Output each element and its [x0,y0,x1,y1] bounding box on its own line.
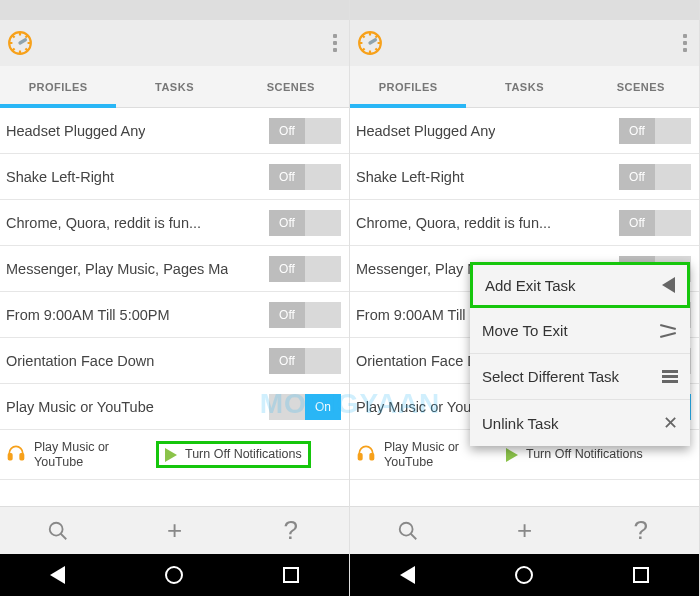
tab-tasks[interactable]: TASKS [466,66,582,107]
profile-toggle[interactable]: Off [269,256,341,282]
nav-back-icon[interactable] [50,566,65,584]
profile-detail-row: Play Music or YouTube Turn Off Notificat… [0,430,349,480]
profile-toggle[interactable]: Off [269,302,341,328]
menu-label: Unlink Task [482,415,558,432]
menu-label: Add Exit Task [485,277,576,294]
arrow-right-icon [506,448,518,462]
add-button[interactable]: + [116,507,232,554]
nav-recents-icon[interactable] [283,567,299,583]
android-nav-bar [0,554,349,596]
profile-row[interactable]: Headset Plugged AnyOff [0,108,349,154]
profile-name: Headset Plugged Any [6,123,145,139]
left-screenshot: PROFILES TASKS SCENES Headset Plugged An… [0,0,350,596]
profile-task-highlight[interactable]: Turn Off Notifications [156,441,311,468]
status-bar [350,0,699,20]
menu-label: Select Different Task [482,368,619,385]
overflow-menu-icon[interactable] [683,34,693,52]
profile-toggle[interactable]: Off [619,118,691,144]
app-bar [0,20,349,66]
tab-scenes[interactable]: SCENES [233,66,349,107]
add-button[interactable]: + [466,507,582,554]
triangle-left-icon [662,277,675,293]
profile-toggle[interactable]: On [269,394,341,420]
status-bar [0,0,349,20]
profile-row[interactable]: Headset Plugged AnyOff [350,108,699,154]
profile-context[interactable]: Play Music or YouTube [6,440,146,470]
help-button[interactable]: ? [233,507,349,554]
bottom-toolbar: + ? [350,506,699,554]
bottom-toolbar: + ? [0,506,349,554]
profile-task[interactable]: Turn Off Notifications [506,447,643,462]
menu-select-different-task[interactable]: Select Different Task [470,354,690,400]
profile-toggle[interactable]: Off [619,164,691,190]
svg-line-4 [61,533,67,539]
svg-rect-2 [20,453,23,459]
shuffle-icon [660,324,678,338]
close-icon: ✕ [663,412,678,434]
task-label: Turn Off Notifications [185,447,302,462]
profile-row[interactable]: Chrome, Quora, reddit is fun...Off [0,200,349,246]
arrow-right-icon [165,448,177,462]
profile-toggle[interactable]: Off [269,210,341,236]
profile-name: From 9:00AM Till 5:00PM [6,307,170,323]
profile-name: Headset Plugged Any [356,123,495,139]
tab-profiles[interactable]: PROFILES [350,66,466,107]
profile-name: Orientation Face Down [6,353,154,369]
overflow-menu-icon[interactable] [333,34,343,52]
svg-rect-6 [359,453,362,459]
profile-toggle[interactable]: Off [269,348,341,374]
profiles-list: Headset Plugged AnyOff Shake Left-RightO… [0,108,349,506]
profile-toggle[interactable]: Off [619,210,691,236]
headphones-icon [6,443,26,467]
profile-row[interactable]: Messenger, Play Music, Pages MaOff [0,246,349,292]
nav-home-icon[interactable] [165,566,183,584]
task-label: Turn Off Notifications [526,447,643,462]
tasker-logo-icon [356,29,384,57]
android-nav-bar [350,554,699,596]
right-screenshot: PROFILES TASKS SCENES Headset Plugged An… [350,0,700,596]
tab-scenes[interactable]: SCENES [583,66,699,107]
profile-name: Shake Left-Right [356,169,464,185]
profile-row[interactable]: Chrome, Quora, reddit is fun...Off [350,200,699,246]
profile-toggle[interactable]: Off [269,118,341,144]
profile-name: Play Music or YouTube [6,399,154,415]
menu-unlink-task[interactable]: Unlink Task ✕ [470,400,690,446]
svg-rect-1 [9,453,12,459]
svg-point-8 [400,522,413,535]
list-icon [662,370,678,383]
profile-name: Chrome, Quora, reddit is fun... [6,215,201,231]
tasker-logo-icon [6,29,34,57]
nav-recents-icon[interactable] [633,567,649,583]
menu-add-exit-task[interactable]: Add Exit Task [470,262,690,308]
nav-back-icon[interactable] [400,566,415,584]
tab-profiles[interactable]: PROFILES [0,66,116,107]
svg-rect-7 [370,453,373,459]
svg-line-9 [411,533,417,539]
svg-point-3 [50,522,63,535]
app-bar [350,20,699,66]
profile-toggle[interactable]: Off [269,164,341,190]
profile-row[interactable]: Orientation Face DownOff [0,338,349,384]
tab-bar: PROFILES TASKS SCENES [0,66,349,108]
profile-row[interactable]: Shake Left-RightOff [0,154,349,200]
task-context-menu: Add Exit Task Move To Exit Select Differ… [470,262,690,446]
profile-row[interactable]: Play Music or YouTubeOn [0,384,349,430]
menu-label: Move To Exit [482,322,568,339]
tab-bar: PROFILES TASKS SCENES [350,66,699,108]
nav-home-icon[interactable] [515,566,533,584]
profile-name: Chrome, Quora, reddit is fun... [356,215,551,231]
profile-row[interactable]: From 9:00AM Till 5:00PMOff [0,292,349,338]
headphones-icon [356,443,376,467]
profile-row[interactable]: Shake Left-RightOff [350,154,699,200]
help-button[interactable]: ? [583,507,699,554]
profile-name: Messenger, Play Music, Pages Ma [6,261,228,277]
context-label: Play Music or YouTube [34,440,146,470]
search-button[interactable] [0,507,116,554]
menu-move-to-exit[interactable]: Move To Exit [470,308,690,354]
profile-name: Shake Left-Right [6,169,114,185]
search-button[interactable] [350,507,466,554]
tab-tasks[interactable]: TASKS [116,66,232,107]
